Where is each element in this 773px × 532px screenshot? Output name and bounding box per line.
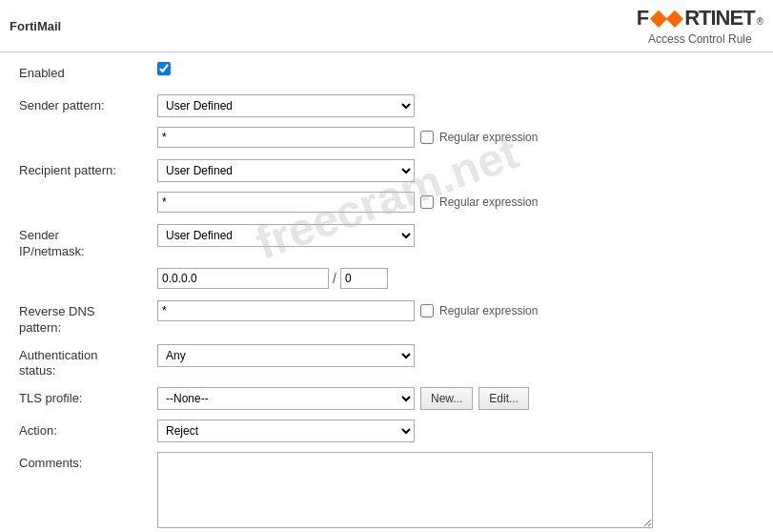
sender-ip-label: SenderIP/netmask: <box>19 224 157 260</box>
logo-flame-icon: ◆◆ <box>650 6 682 31</box>
auth-status-label: Authenticationstatus: <box>19 344 157 380</box>
sender-pattern-dropdown-area: User Defined Any Local Domain Remote Dom… <box>157 94 754 117</box>
form-container: Enabled Sender pattern: User Defined Any… <box>0 52 773 532</box>
auth-status-area: Any Authenticated Not Authenticated <box>157 344 754 367</box>
sender-ip-text-label <box>19 268 157 272</box>
sender-pattern-text-label <box>19 127 157 131</box>
tls-new-button[interactable]: New... <box>420 387 473 410</box>
enabled-row: Enabled <box>19 62 754 87</box>
sender-pattern-dropdown-row: Sender pattern: User Defined Any Local D… <box>19 94 754 119</box>
sender-ip-text-area: / <box>157 268 754 289</box>
logo-rtinet: RTINET <box>684 6 754 31</box>
ip-address-input[interactable] <box>157 268 329 289</box>
recipient-regex-checkbox[interactable] <box>420 195 434 209</box>
comments-row: Comments: <box>19 452 754 528</box>
auth-status-select[interactable]: Any Authenticated Not Authenticated <box>157 344 415 367</box>
reverse-dns-input[interactable] <box>157 300 415 321</box>
fortinet-logo-area: F ◆◆ RTINET ® Access Control Rule <box>637 6 763 46</box>
recipient-pattern-select[interactable]: User Defined Any Local Domain Remote Dom… <box>157 159 415 182</box>
enabled-checkbox[interactable] <box>157 62 171 75</box>
tls-profile-area: --None-- New... Edit... <box>157 387 754 410</box>
logo-f: F <box>637 6 648 31</box>
enabled-label: Enabled <box>19 62 157 82</box>
sender-pattern-text-area: Regular expression <box>157 127 754 148</box>
reverse-dns-regex-label: Regular expression <box>439 304 538 317</box>
tls-profile-row: TLS profile: --None-- New... Edit... <box>19 387 754 412</box>
action-row: Action: Reject Accept Relay Discard Safe <box>19 419 754 444</box>
reverse-dns-row: Reverse DNSpattern: Regular expression <box>19 300 754 337</box>
sender-pattern-input[interactable] <box>157 127 415 148</box>
page-subtitle: Access Control Rule <box>648 32 752 46</box>
reverse-dns-regex-checkbox[interactable] <box>420 304 434 317</box>
tls-profile-label: TLS profile: <box>19 387 157 407</box>
recipient-pattern-text-label <box>19 192 157 195</box>
sender-ip-dropdown-area: User Defined Any <box>157 224 754 247</box>
sender-ip-dropdown-row: SenderIP/netmask: User Defined Any <box>19 224 754 260</box>
sender-pattern-label: Sender pattern: <box>19 94 157 114</box>
sender-pattern-select[interactable]: User Defined Any Local Domain Remote Dom… <box>157 94 415 117</box>
ip-mask-row: / <box>157 268 388 289</box>
recipient-pattern-text-area: Regular expression <box>157 192 754 213</box>
comments-textarea[interactable] <box>157 452 653 528</box>
logo-registered: ® <box>757 16 763 27</box>
recipient-pattern-dropdown-row: Recipient pattern: User Defined Any Loca… <box>19 159 754 184</box>
sender-regex-checkbox[interactable] <box>420 131 434 144</box>
auth-status-row: Authenticationstatus: Any Authenticated … <box>19 344 754 380</box>
action-area: Reject Accept Relay Discard Safe <box>157 419 754 442</box>
comments-label: Comments: <box>19 452 157 472</box>
sender-pattern-text-row: Regular expression <box>19 127 754 152</box>
sender-regex-label: Regular expression <box>439 131 538 144</box>
comments-area <box>157 452 754 528</box>
recipient-pattern-label: Recipient pattern: <box>19 159 157 179</box>
mask-input[interactable] <box>340 268 388 289</box>
action-label: Action: <box>19 419 157 440</box>
sender-ip-text-row: / <box>19 268 754 293</box>
tls-edit-button[interactable]: Edit... <box>478 387 529 410</box>
slash-divider: / <box>333 271 336 286</box>
enabled-control <box>157 62 754 75</box>
recipient-regex-label: Regular expression <box>439 195 538 209</box>
tls-profile-select[interactable]: --None-- <box>157 387 415 410</box>
recipient-pattern-text-row: Regular expression <box>19 192 754 216</box>
app-title: FortiMail <box>10 19 61 33</box>
action-select[interactable]: Reject Accept Relay Discard Safe <box>157 419 415 442</box>
recipient-pattern-dropdown-area: User Defined Any Local Domain Remote Dom… <box>157 159 754 182</box>
reverse-dns-area: Regular expression <box>157 300 754 321</box>
reverse-dns-label: Reverse DNSpattern: <box>19 300 157 337</box>
recipient-pattern-input[interactable] <box>157 192 415 213</box>
sender-ip-select[interactable]: User Defined Any <box>157 224 415 247</box>
